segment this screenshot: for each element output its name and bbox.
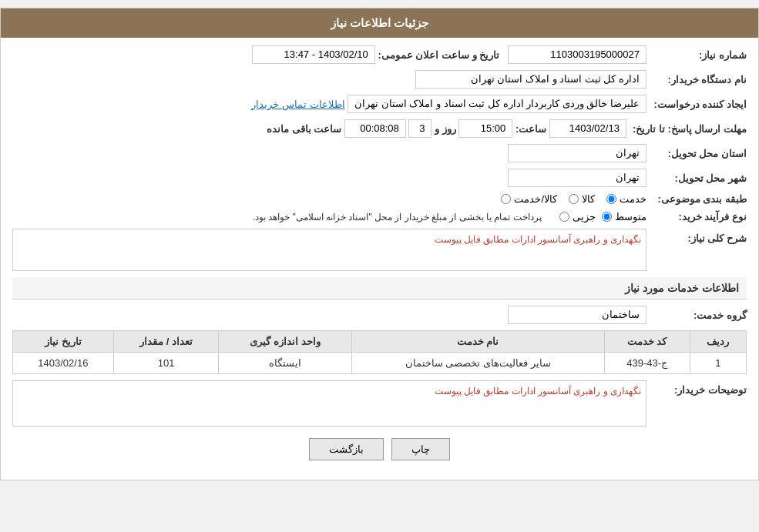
cell-code: ج-43-439: [604, 353, 690, 374]
col-code: کد خدمت: [604, 331, 690, 353]
page-title: جزئیات اطلاعات نیاز: [331, 16, 428, 29]
page-header: جزئیات اطلاعات نیاز: [1, 8, 758, 38]
category-goods-radio[interactable]: [569, 194, 579, 204]
buyer-desc-row: توضیحات خریدار: نگهداری و راهبری آسانسور…: [12, 380, 747, 427]
back-button[interactable]: بازگشت: [309, 438, 384, 460]
procurement-option-small[interactable]: جزیی: [559, 211, 596, 223]
table-header-row: ردیف کد خدمت نام خدمت واحد اندازه گیری ت…: [13, 331, 747, 353]
cell-quantity: 101: [113, 353, 219, 374]
procurement-medium-radio[interactable]: [602, 212, 612, 222]
service-group-row: گروه خدمت: ساختمان: [12, 306, 747, 324]
category-service-label: خدمت: [620, 193, 646, 205]
procurement-small-radio[interactable]: [559, 212, 569, 222]
buyer-org-value: اداره کل ثبت اسناد و املاک استان تهران: [415, 70, 646, 89]
need-desc-text: نگهداری و راهبری آسانسور ادارات مطابق فا…: [435, 234, 641, 245]
category-option-service[interactable]: خدمت: [606, 193, 646, 205]
contact-link[interactable]: اطلاعات تماس خریدار: [251, 99, 344, 110]
page-wrapper: جزئیات اطلاعات نیاز شماره نیاز: 11030031…: [0, 8, 759, 480]
need-desc-box: نگهداری و راهبری آسانسور ادارات مطابق فا…: [12, 229, 646, 271]
need-desc-row: شرح کلی نیاز: نگهداری و راهبری آسانسور ا…: [12, 229, 747, 271]
deadline-row: مهلت ارسال پاسخ: تا تاریخ: 1403/02/13 سا…: [12, 119, 747, 138]
buyer-desc-label: توضیحات خریدار:: [646, 380, 747, 396]
service-group-label: گروه خدمت:: [646, 309, 747, 321]
datetime-value: 1403/02/10 - 13:47: [252, 45, 375, 64]
procurement-medium-label: متوسط: [615, 211, 646, 223]
cell-name: سایر فعالیت‌های تخصصی ساختمان: [351, 353, 604, 374]
deadline-date-value: 1403/02/13: [549, 119, 626, 138]
procurement-note: پرداخت تمام یا بخشی از مبلغ خریدار از مح…: [253, 212, 542, 223]
deadline-days-value: 3: [408, 119, 432, 138]
category-row: طبقه بندی موضوعی: خدمت کالا کالا/خدمت: [12, 193, 747, 205]
category-label: طبقه بندی موضوعی:: [646, 193, 747, 205]
category-service-radio[interactable]: [606, 194, 616, 204]
deadline-time-label: ساعت:: [516, 123, 546, 135]
col-date: تاریخ نیاز: [13, 331, 114, 353]
creator-row: ایجاد کننده درخواست: علیرضا خالق وردی کا…: [12, 95, 747, 113]
deadline-label: مهلت ارسال پاسخ: تا تاریخ:: [626, 123, 747, 135]
buyer-org-row: نام دستگاه خریدار: اداره کل ثبت اسناد و …: [12, 70, 747, 89]
category-goods-label: کالا: [582, 193, 595, 205]
deadline-days-label: روز و: [435, 123, 456, 135]
category-both-label: کالا/خدمت: [514, 193, 557, 205]
footer-buttons: چاپ بازگشت: [12, 427, 747, 472]
city-row: شهر محل تحویل: تهران: [12, 169, 747, 187]
cell-date: 1403/02/16: [13, 353, 114, 374]
announcement-row: شماره نیاز: 1103003195000027 تاریخ و ساع…: [12, 45, 747, 64]
services-section-title: اطلاعات خدمات مورد نیاز: [12, 277, 747, 299]
procurement-options: متوسط جزیی پرداخت تمام یا بخشی از مبلغ خ…: [253, 211, 646, 223]
print-button[interactable]: چاپ: [391, 438, 450, 460]
col-row-num: ردیف: [690, 331, 746, 353]
city-label: شهر محل تحویل:: [646, 172, 747, 184]
procurement-option-medium[interactable]: متوسط: [602, 211, 646, 223]
need-desc-label: شرح کلی نیاز:: [646, 229, 747, 244]
main-content: شماره نیاز: 1103003195000027 تاریخ و ساع…: [1, 38, 758, 480]
datetime-label: تاریخ و ساعت اعلان عمومی:: [378, 49, 499, 61]
deadline-remaining-label: ساعت باقی مانده: [267, 123, 341, 135]
procurement-label: نوع فرآیند خرید:: [646, 211, 747, 223]
col-name: نام خدمت: [351, 331, 604, 353]
col-unit: واحد اندازه گیری: [219, 331, 351, 353]
buyer-desc-text: نگهداری و راهبری آسانسور ادارات مطابق فا…: [435, 386, 641, 396]
service-group-value: ساختمان: [508, 306, 646, 324]
category-radio-group: خدمت کالا کالا/خدمت: [501, 193, 646, 205]
announcement-number-label: شماره نیاز:: [646, 49, 747, 61]
province-row: استان محل تحویل: تهران: [12, 144, 747, 162]
province-label: استان محل تحویل:: [646, 148, 747, 159]
buyer-desc-box: نگهداری و راهبری آسانسور ادارات مطابق فا…: [12, 380, 646, 427]
procurement-small-label: جزیی: [573, 211, 596, 223]
province-value: تهران: [508, 144, 646, 162]
cell-unit: ایستگاه: [219, 353, 351, 374]
category-option-goods[interactable]: کالا: [569, 193, 595, 205]
category-both-radio[interactable]: [501, 194, 511, 204]
cell-row-num: 1: [690, 353, 746, 374]
city-value: تهران: [508, 169, 646, 187]
services-table: ردیف کد خدمت نام خدمت واحد اندازه گیری ت…: [12, 330, 747, 374]
announcement-number-value: 1103003195000027: [508, 45, 646, 64]
procurement-row: نوع فرآیند خرید: متوسط جزیی پرداخت تمام …: [12, 211, 747, 223]
deadline-time-value: 15:00: [458, 119, 512, 138]
col-quantity: تعداد / مقدار: [113, 331, 219, 353]
table-row: 1 ج-43-439 سایر فعالیت‌های تخصصی ساختمان…: [13, 353, 747, 374]
category-option-both[interactable]: کالا/خدمت: [501, 193, 557, 205]
creator-value: علیرضا خالق وردی کاربردار اداره کل ثبت ا…: [348, 95, 646, 113]
deadline-remaining-value: 00:08:08: [344, 119, 406, 138]
buyer-org-label: نام دستگاه خریدار:: [646, 74, 747, 85]
creator-label: ایجاد کننده درخواست:: [646, 99, 747, 110]
